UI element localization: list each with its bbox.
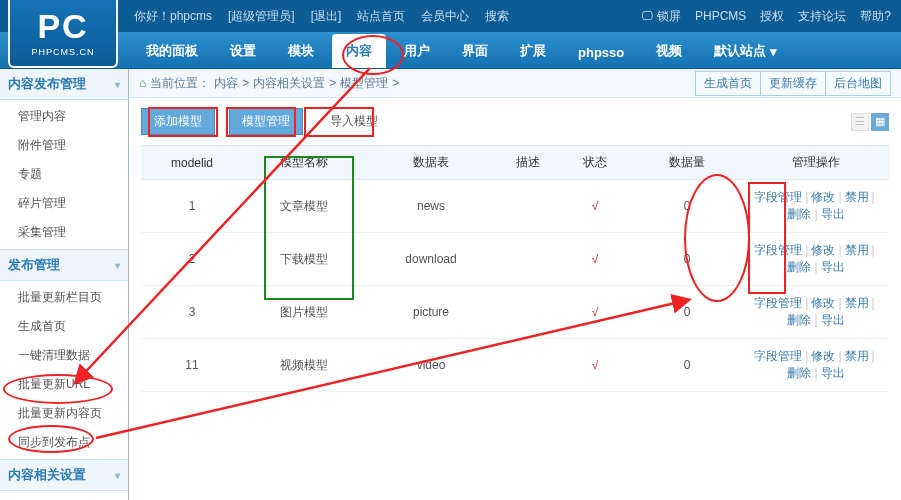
cell-desc: [497, 233, 559, 286]
breadcrumb-part[interactable]: 内容相关设置: [253, 75, 325, 92]
view-list-icon[interactable]: ☰: [851, 113, 869, 131]
sidebar-item[interactable]: 碎片管理: [0, 189, 128, 218]
logo-bottom: PHPCMS.CN: [31, 47, 94, 57]
cell-ops: 字段管理|修改|禁用|删除|导出: [743, 180, 889, 233]
menu-phpsso[interactable]: phpsso: [564, 37, 638, 68]
op-disable[interactable]: 禁用: [845, 243, 869, 257]
menu-ext[interactable]: 扩展: [506, 34, 560, 68]
op-delete[interactable]: 删除: [787, 366, 811, 380]
sidebar-item[interactable]: 采集管理: [0, 218, 128, 247]
op-edit[interactable]: 修改: [811, 296, 835, 310]
op-export[interactable]: 导出: [821, 260, 845, 274]
op-disable[interactable]: 禁用: [845, 349, 869, 363]
topbar-link-license[interactable]: 授权: [760, 8, 784, 25]
topbar-link-home[interactable]: 站点首页: [357, 8, 405, 25]
op-export[interactable]: 导出: [821, 313, 845, 327]
op-delete[interactable]: 删除: [787, 207, 811, 221]
cell-id: 11: [141, 339, 243, 392]
op-fields[interactable]: 字段管理: [754, 349, 802, 363]
sidebar-item[interactable]: 专题: [0, 160, 128, 189]
action-genhome[interactable]: 生成首页: [695, 71, 761, 96]
topbar-right: 🖵 锁屏 PHPCMS 授权 支持论坛 帮助?: [641, 8, 891, 25]
cell-status: √: [559, 233, 631, 286]
op-edit[interactable]: 修改: [811, 349, 835, 363]
sidebar-section-release[interactable]: 发布管理▾: [0, 249, 128, 281]
user-role: [超级管理员]: [228, 8, 295, 25]
menu-ui[interactable]: 界面: [448, 34, 502, 68]
menu-users[interactable]: 用户: [390, 34, 444, 68]
op-fields[interactable]: 字段管理: [754, 190, 802, 204]
menu-content[interactable]: 内容: [332, 34, 386, 68]
th-desc: 描述: [497, 146, 559, 180]
op-export[interactable]: 导出: [821, 207, 845, 221]
cell-id: 2: [141, 233, 243, 286]
tab-add-model[interactable]: 添加模型: [141, 108, 215, 135]
op-edit[interactable]: 修改: [811, 243, 835, 257]
sidebar-section-label: 发布管理: [8, 256, 60, 274]
op-export[interactable]: 导出: [821, 366, 845, 380]
cell-ops: 字段管理|修改|禁用|删除|导出: [743, 233, 889, 286]
menu-video[interactable]: 视频: [642, 34, 696, 68]
topbar-link-help[interactable]: 帮助?: [860, 8, 891, 25]
cell-desc: [497, 286, 559, 339]
breadcrumb-sep: >: [329, 76, 336, 90]
sidebar-item[interactable]: 一键清理数据: [0, 341, 128, 370]
sidebar-item[interactable]: 管理内容: [0, 102, 128, 131]
action-sitemap[interactable]: 后台地图: [826, 71, 891, 96]
topbar-link-forum[interactable]: 支持论坛: [798, 8, 846, 25]
sidebar-item[interactable]: 管理栏目: [0, 493, 128, 500]
sidebar-item[interactable]: 同步到发布点: [0, 428, 128, 457]
topbar-link-phpcms[interactable]: PHPCMS: [695, 9, 746, 23]
sidebar-item[interactable]: 生成首页: [0, 312, 128, 341]
topbar-link-search[interactable]: 搜索: [485, 8, 509, 25]
op-disable[interactable]: 禁用: [845, 296, 869, 310]
logout-link[interactable]: [退出]: [311, 8, 342, 25]
op-fields[interactable]: 字段管理: [754, 296, 802, 310]
breadcrumb-label: 当前位置：: [150, 75, 210, 92]
sidebar-section-publish[interactable]: 内容发布管理▾: [0, 69, 128, 100]
table-row: 3图片模型picture√0字段管理|修改|禁用|删除|导出: [141, 286, 889, 339]
home-icon[interactable]: ⌂: [139, 76, 146, 90]
op-fields[interactable]: 字段管理: [754, 243, 802, 257]
breadcrumb-sep: >: [392, 76, 399, 90]
tab-import-model[interactable]: 导入模型: [317, 108, 391, 135]
menu-mypanel[interactable]: 我的面板: [132, 34, 212, 68]
breadcrumb-part[interactable]: 模型管理: [340, 75, 388, 92]
cell-count: 0: [631, 286, 743, 339]
lock-screen-link[interactable]: 🖵 锁屏: [641, 8, 681, 25]
cell-id: 3: [141, 286, 243, 339]
menu-settings[interactable]: 设置: [216, 34, 270, 68]
cell-name: 下载模型: [243, 233, 365, 286]
th-count: 数据量: [631, 146, 743, 180]
sidebar-section-label: 内容相关设置: [8, 466, 86, 484]
menu-site[interactable]: 默认站点 ▾: [700, 34, 791, 68]
tab-manage-model[interactable]: 模型管理: [229, 108, 303, 135]
sidebar-item[interactable]: 批量更新URL: [0, 370, 128, 399]
menu-modules[interactable]: 模块: [274, 34, 328, 68]
sidebar-section-label: 内容发布管理: [8, 75, 86, 93]
op-disable[interactable]: 禁用: [845, 190, 869, 204]
topbar-link-member[interactable]: 会员中心: [421, 8, 469, 25]
op-delete[interactable]: 删除: [787, 313, 811, 327]
model-table: modelid 模型名称 数据表 描述 状态 数据量 管理操作 1文章模型new…: [141, 145, 889, 392]
op-edit[interactable]: 修改: [811, 190, 835, 204]
sidebar-item[interactable]: 批量更新内容页: [0, 399, 128, 428]
view-grid-icon[interactable]: ▦: [871, 113, 889, 131]
sidebar-section-content-settings[interactable]: 内容相关设置▾: [0, 459, 128, 491]
breadcrumb-part[interactable]: 内容: [214, 75, 238, 92]
main-menu: 我的面板 设置 模块 内容 用户 界面 扩展 phpsso 视频 默认站点 ▾: [0, 32, 901, 69]
main: ⌂ 当前位置： 内容 > 内容相关设置 > 模型管理 > 生成首页 更新缓存 后…: [129, 69, 901, 500]
cell-id: 1: [141, 180, 243, 233]
op-delete[interactable]: 删除: [787, 260, 811, 274]
th-datatable: 数据表: [365, 146, 497, 180]
logo-top: PC: [37, 9, 88, 43]
action-updatecache[interactable]: 更新缓存: [761, 71, 826, 96]
sidebar-item[interactable]: 附件管理: [0, 131, 128, 160]
sidebar-item[interactable]: 批量更新栏目页: [0, 283, 128, 312]
cell-table: download: [365, 233, 497, 286]
menu-site-label: 默认站点: [714, 42, 766, 60]
lock-label: 锁屏: [657, 8, 681, 25]
th-status: 状态: [559, 146, 631, 180]
table-row: 11视频模型video√0字段管理|修改|禁用|删除|导出: [141, 339, 889, 392]
cell-status: √: [559, 286, 631, 339]
